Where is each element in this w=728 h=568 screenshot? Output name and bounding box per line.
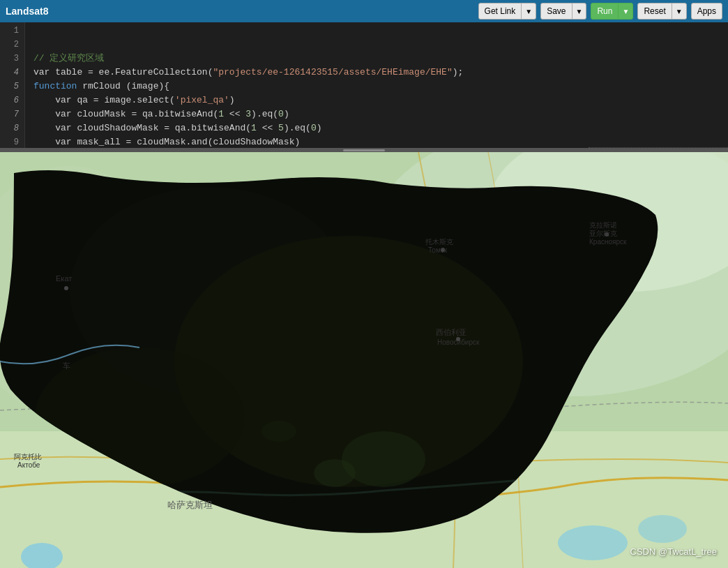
svg-text:阿克托比: 阿克托比 — [14, 453, 42, 461]
line-number: 6 — [6, 94, 19, 107]
get-link-button[interactable]: Get Link ▼ — [478, 3, 537, 20]
svg-text:车: 车 — [63, 361, 70, 370]
watermark: CSDN @TwcatL_tree — [630, 546, 717, 557]
map-area[interactable]: Екат 托木斯克 Томск 西伯利亚 Новосибирск 克拉斯诺 亚尔… — [0, 152, 728, 568]
code-token: ) — [317, 123, 322, 133]
reset-arrow-icon[interactable]: ▼ — [672, 3, 686, 19]
code-token: ).eq( — [251, 109, 278, 119]
code-token: var mask_all = cloudMask.and(cloudShadow… — [33, 137, 300, 147]
line-number: 7 — [6, 107, 19, 121]
code-line[interactable]: function rmCloud (image){ — [33, 80, 720, 94]
code-token: 'pixel_qa' — [175, 95, 229, 105]
code-token: 0 — [311, 123, 317, 133]
line-number: 3 — [6, 52, 19, 66]
code-line[interactable]: var table = ee.FeatureCollection("projec… — [33, 66, 720, 80]
code-line[interactable]: // 定义研究区域 — [33, 52, 720, 66]
code-token: ) — [229, 95, 235, 105]
svg-point-14 — [638, 515, 687, 543]
svg-text:托木斯克: 托木斯克 — [425, 238, 453, 246]
code-token: ); — [453, 67, 464, 77]
save-arrow-icon[interactable]: ▼ — [572, 3, 586, 19]
run-arrow-icon[interactable]: ▼ — [618, 3, 632, 19]
code-token: 1 — [218, 109, 224, 119]
svg-point-13 — [558, 525, 628, 560]
code-token: 5 — [278, 123, 284, 133]
svg-text:西伯利亚: 西伯利亚 — [436, 328, 467, 336]
code-line[interactable]: var mask_all = cloudMask.and(cloudShadow… — [33, 135, 720, 148]
toolbar: Landsat8 Get Link ▼ Save ▼ Run ▼ Reset ▼… — [0, 0, 728, 22]
code-token: ).eq( — [284, 123, 311, 133]
code-token: // 定义研究区域 — [33, 53, 104, 63]
line-numbers: 1234567891011 — [0, 22, 25, 148]
reset-button[interactable]: Reset ▼ — [637, 3, 686, 20]
get-link-label: Get Link — [479, 6, 522, 16]
code-token: var cloudShadowMask = qa.bitwiseAnd( — [33, 123, 251, 133]
code-editor[interactable]: 1234567891011 // 定义研究区域var table = ee.Fe… — [0, 22, 728, 148]
code-token: "projects/ee-1261423515/assets/EHEimage/… — [213, 67, 452, 77]
line-number: 9 — [6, 135, 19, 148]
code-token: rmCloud (image){ — [77, 81, 169, 91]
code-token: 1 — [251, 123, 257, 133]
svg-text:Новосибирск: Новосибирск — [437, 338, 480, 346]
map-svg: Екат 托木斯克 Томск 西伯利亚 Новосибирск 克拉斯诺 亚尔… — [0, 152, 728, 568]
line-number: 2 — [6, 38, 19, 52]
code-bottom-dots — [589, 147, 728, 148]
run-button[interactable]: Run ▼ — [591, 3, 633, 20]
svg-point-11 — [261, 421, 296, 442]
code-line[interactable]: var cloudShadowMask = qa.bitwiseAnd(1 <<… — [33, 121, 720, 135]
svg-text:克拉斯诺: 克拉斯诺 — [589, 221, 617, 229]
svg-text:哈萨克斯坦: 哈萨克斯坦 — [167, 500, 213, 510]
svg-point-15 — [64, 286, 68, 290]
svg-text:亚尔斯克: 亚尔斯克 — [589, 230, 617, 237]
svg-point-9 — [342, 431, 425, 487]
save-button[interactable]: Save ▼ — [540, 3, 586, 20]
code-token: function — [33, 81, 77, 91]
svg-text:Красноярск: Красноярск — [589, 238, 627, 246]
code-token: var cloudMask = qa.bitwiseAnd( — [33, 109, 218, 119]
svg-text:Томск: Томск — [428, 246, 448, 254]
code-token: 3 — [245, 109, 251, 119]
code-token: << — [257, 123, 278, 133]
code-token: ) — [284, 109, 289, 119]
save-label: Save — [541, 6, 571, 16]
apps-button[interactable]: Apps — [691, 3, 722, 20]
get-link-arrow-icon[interactable]: ▼ — [521, 3, 536, 19]
line-number: 8 — [6, 121, 19, 135]
run-label: Run — [591, 6, 618, 16]
apps-label: Apps — [692, 6, 722, 16]
reset-label: Reset — [638, 6, 671, 16]
code-token: << — [224, 109, 245, 119]
code-line[interactable]: var qa = image.select('pixel_qa') — [33, 94, 720, 107]
line-number: 1 — [6, 24, 19, 38]
app-title: Landsat8 — [6, 6, 474, 17]
svg-text:Актобе: Актобе — [17, 461, 40, 469]
svg-point-10 — [314, 459, 356, 487]
code-token: var qa = image.select( — [33, 95, 175, 105]
line-number: 5 — [6, 80, 19, 94]
code-token: 0 — [278, 109, 284, 119]
code-content[interactable]: // 定义研究区域var table = ee.FeatureCollectio… — [25, 22, 728, 148]
svg-text:Екат: Екат — [56, 274, 72, 283]
code-token: var table = ee.FeatureCollection( — [33, 67, 213, 77]
line-number: 4 — [6, 66, 19, 80]
code-line[interactable]: var cloudMask = qa.bitwiseAnd(1 << 3).eq… — [33, 107, 720, 121]
